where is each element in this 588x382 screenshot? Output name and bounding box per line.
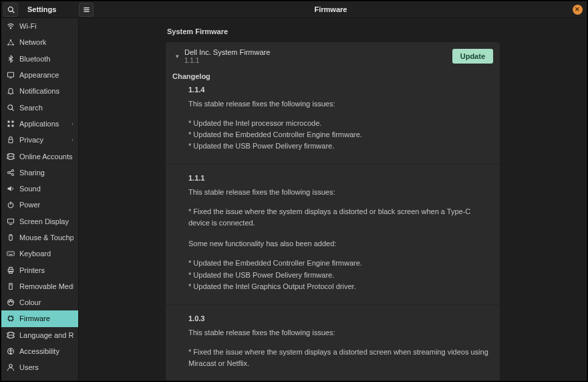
page-title: Firmware bbox=[94, 1, 568, 17]
changelog-entry: 1.0.3This stable release fixes the follo… bbox=[166, 304, 500, 381]
svg-line-23 bbox=[9, 171, 11, 173]
svg-rect-9 bbox=[7, 72, 13, 77]
sidebar-item-search[interactable]: Search bbox=[1, 99, 78, 115]
sidebar-item-notifications[interactable]: Notifications bbox=[1, 83, 78, 99]
svg-rect-16 bbox=[7, 124, 9, 126]
sidebar-item-label: Network bbox=[19, 38, 74, 46]
main-content: System Firmware ▾ Dell Inc. System Firmw… bbox=[79, 18, 587, 381]
svg-point-22 bbox=[11, 173, 13, 175]
sidebar-item-label: Power bbox=[19, 201, 74, 209]
svg-point-59 bbox=[9, 365, 12, 368]
sidebar-item-removable-media[interactable]: Removable Media bbox=[1, 278, 78, 294]
changelog-line: * Updated the Intel processor microcode. bbox=[188, 118, 493, 129]
sidebar-item-label: Printers bbox=[19, 266, 74, 274]
firmware-header[interactable]: ▾ Dell Inc. System Firmware 1.1.1 Update bbox=[166, 42, 500, 70]
sidebar-item-sound[interactable]: Sound bbox=[1, 181, 78, 197]
sidebar-item-label: Sharing bbox=[19, 169, 74, 177]
sidebar-item-sharing[interactable]: Sharing bbox=[1, 165, 78, 181]
changelog-line: * Updated the Embedded Controller Engine… bbox=[188, 258, 493, 269]
changelog-version: 1.1.4 bbox=[188, 84, 493, 96]
chevron-right-icon: › bbox=[71, 120, 74, 127]
sidebar-item-label: Removable Media bbox=[19, 282, 74, 290]
sidebar-item-online-accounts[interactable]: Online Accounts bbox=[1, 148, 78, 164]
svg-rect-39 bbox=[9, 271, 12, 273]
accessibility-icon bbox=[6, 347, 15, 356]
sidebar-item-label: Search bbox=[19, 104, 74, 112]
svg-point-44 bbox=[10, 300, 11, 302]
chevron-down-icon: ▾ bbox=[172, 53, 182, 60]
changelog-added-intro: Some new functionality has also been add… bbox=[188, 238, 493, 250]
sidebar-item-wi-fi[interactable]: Wi-Fi bbox=[1, 18, 78, 34]
printers-icon bbox=[6, 266, 15, 274]
privacy-icon bbox=[6, 136, 15, 145]
search-button[interactable] bbox=[3, 3, 18, 17]
changelog-heading: Changelog bbox=[166, 70, 500, 84]
close-button[interactable]: ✕ bbox=[573, 5, 583, 15]
changelog-list: 1.1.4This stable release fixes the follo… bbox=[166, 84, 500, 381]
changelog-line: * Updated the USB Power Delivery firmwar… bbox=[188, 140, 493, 152]
sidebar-item-accessibility[interactable]: Accessibility bbox=[1, 343, 78, 359]
changelog-version: 1.1.1 bbox=[188, 173, 493, 184]
sidebar-item-power[interactable]: Power bbox=[1, 197, 78, 213]
sidebar-item-keyboard[interactable]: Keyboard bbox=[1, 246, 78, 262]
svg-rect-27 bbox=[7, 219, 13, 223]
sidebar-item-firmware[interactable]: Firmware bbox=[1, 310, 78, 326]
sidebar-item-appearance[interactable]: Appearance bbox=[1, 67, 78, 83]
svg-line-13 bbox=[12, 109, 13, 110]
changelog-line: * Updated the USB Power Delivery firmwar… bbox=[188, 270, 493, 281]
app-title: Settings bbox=[27, 5, 56, 13]
sidebar-item-label: Accessibility bbox=[19, 347, 74, 355]
titlebar: Settings Firmware ✕ bbox=[1, 1, 587, 18]
firmware-version: 1.1.1 bbox=[184, 57, 452, 64]
sidebar-item-label: Online Accounts bbox=[19, 153, 74, 161]
sidebar-item-label: Firmware bbox=[19, 314, 74, 322]
colour-icon bbox=[6, 298, 15, 307]
sidebar-item-label: Applications bbox=[19, 120, 71, 128]
sidebar-item-privacy[interactable]: Privacy› bbox=[1, 132, 78, 148]
power-icon bbox=[6, 201, 15, 209]
firmware-name: Dell Inc. System Firmware bbox=[184, 48, 452, 56]
sidebar-item-network[interactable]: Network bbox=[1, 34, 78, 50]
changelog-line: * Updated the Intel Graphics Output Prot… bbox=[188, 281, 493, 292]
changelog-version: 1.0.3 bbox=[188, 313, 493, 324]
sidebar-item-mouse-touchpad[interactable]: Mouse & Touchpad bbox=[1, 229, 78, 246]
svg-rect-46 bbox=[9, 316, 13, 320]
sidebar-item-printers[interactable]: Printers bbox=[1, 262, 78, 278]
changelog-line: * Updated the Embedded Controller Engine… bbox=[188, 129, 493, 140]
applications-icon bbox=[6, 119, 15, 128]
sidebar-item-language-and-region[interactable]: Language and Region bbox=[1, 327, 78, 343]
changelog-entry: 1.1.1This stable release fixes the follo… bbox=[166, 164, 500, 304]
firmware-icon bbox=[6, 314, 15, 323]
changelog-intro: This stable release fixes the following … bbox=[188, 187, 493, 198]
svg-point-0 bbox=[8, 7, 13, 11]
chevron-right-icon: › bbox=[71, 136, 74, 143]
svg-rect-38 bbox=[9, 267, 12, 269]
sidebar-item-bluetooth[interactable]: Bluetooth bbox=[1, 51, 78, 67]
svg-rect-40 bbox=[9, 283, 12, 289]
section-title: System Firmware bbox=[166, 27, 500, 35]
close-icon: ✕ bbox=[575, 6, 580, 13]
hamburger-icon bbox=[83, 6, 90, 13]
sidebar-item-label: Wi-Fi bbox=[19, 22, 74, 30]
sidebar-item-colour[interactable]: Colour bbox=[1, 294, 78, 310]
notifications-icon bbox=[6, 87, 15, 96]
svg-point-12 bbox=[7, 105, 12, 110]
svg-point-21 bbox=[11, 169, 13, 171]
changelog-intro: This stable release fixes the following … bbox=[188, 98, 493, 110]
svg-rect-14 bbox=[7, 120, 9, 122]
sharing-icon bbox=[6, 168, 15, 177]
menu-button[interactable] bbox=[79, 3, 94, 17]
sound-icon bbox=[6, 185, 15, 193]
sidebar-item-users[interactable]: Users bbox=[1, 359, 78, 375]
svg-line-1 bbox=[12, 11, 14, 13]
sidebar-item-screen-display[interactable]: Screen Display bbox=[1, 213, 78, 229]
sidebar-item-applications[interactable]: Applications› bbox=[1, 116, 78, 132]
network-icon bbox=[6, 38, 15, 47]
sidebar-item-label: Screen Display bbox=[19, 217, 74, 225]
firmware-card: ▾ Dell Inc. System Firmware 1.1.1 Update… bbox=[166, 42, 500, 381]
changelog-intro: This stable release fixes the following … bbox=[188, 327, 493, 339]
svg-rect-15 bbox=[11, 120, 13, 122]
svg-point-20 bbox=[7, 171, 9, 173]
update-button[interactable]: Update bbox=[452, 49, 493, 64]
changelog-entry: 1.1.4This stable release fixes the follo… bbox=[166, 84, 500, 164]
